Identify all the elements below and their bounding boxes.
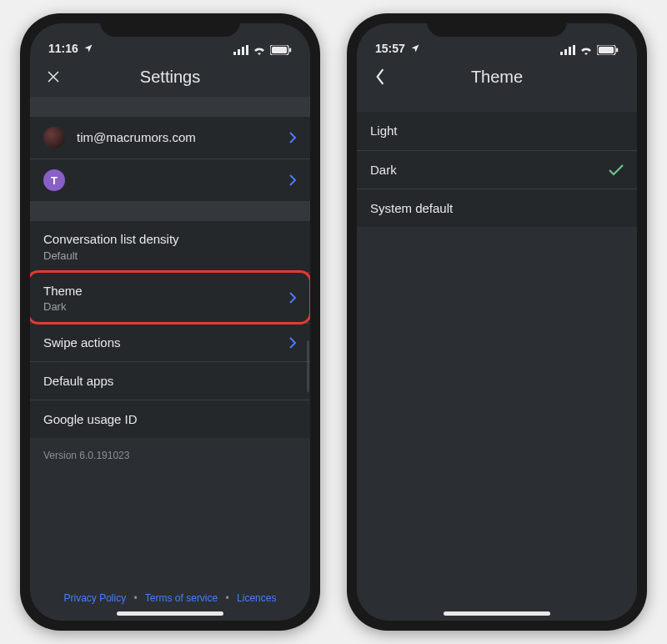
- row-default-apps[interactable]: Default apps: [30, 361, 310, 400]
- chevron-right-icon: [288, 292, 297, 304]
- page-title: Theme: [357, 68, 637, 87]
- svg-rect-5: [272, 47, 287, 53]
- page-title: Settings: [30, 68, 310, 87]
- row-google-usage-id[interactable]: Google usage ID: [30, 400, 310, 438]
- status-right: [560, 45, 619, 55]
- settings-header: Settings: [30, 57, 310, 97]
- svg-rect-12: [599, 47, 614, 53]
- svg-rect-0: [233, 52, 236, 55]
- row-subtitle: Dark: [43, 300, 83, 313]
- svg-rect-7: [560, 52, 563, 55]
- svg-rect-6: [289, 48, 291, 53]
- theme-options: Light Dark System default: [357, 112, 637, 227]
- row-subtitle: Default: [43, 249, 179, 262]
- theme-header: Theme: [357, 57, 637, 97]
- wifi-icon: [579, 45, 593, 55]
- account-row-1[interactable]: tim@macrumors.com: [30, 117, 310, 158]
- chevron-right-icon: [288, 337, 297, 349]
- settings-list: Conversation list density Default Theme …: [30, 221, 310, 438]
- status-time: 15:57: [375, 42, 405, 55]
- section-spacer: [30, 97, 310, 117]
- svg-rect-3: [246, 45, 248, 55]
- option-light[interactable]: Light: [357, 112, 637, 150]
- svg-rect-2: [242, 47, 244, 55]
- svg-rect-13: [616, 48, 618, 53]
- status-time: 11:16: [48, 42, 78, 55]
- check-icon: [609, 164, 624, 176]
- svg-rect-1: [238, 49, 240, 55]
- row-swipe-actions[interactable]: Swipe actions: [30, 323, 310, 361]
- svg-rect-10: [573, 45, 575, 55]
- row-title: Swipe actions: [43, 335, 121, 351]
- screen-theme: 15:57: [357, 23, 637, 621]
- separator-dot: •: [226, 592, 229, 604]
- location-arrow-icon: [410, 43, 420, 53]
- version-label: Version 6.0.191023: [30, 438, 310, 461]
- link-terms[interactable]: Terms of service: [145, 592, 218, 604]
- link-licences[interactable]: Licences: [237, 592, 276, 604]
- row-title: Conversation list density: [43, 231, 179, 248]
- row-title: Default apps: [43, 373, 113, 390]
- wifi-icon: [253, 45, 266, 55]
- battery-icon: [270, 45, 292, 55]
- option-dark[interactable]: Dark: [357, 150, 637, 189]
- section-spacer: [357, 97, 637, 112]
- row-title: Google usage ID: [43, 411, 138, 428]
- cellular-icon: [560, 45, 575, 55]
- home-indicator[interactable]: [444, 611, 550, 616]
- row-title: Theme: [43, 283, 83, 299]
- separator-dot: •: [134, 592, 138, 604]
- avatar: T: [43, 169, 65, 191]
- option-label: Light: [370, 123, 398, 139]
- svg-rect-8: [564, 49, 567, 55]
- scrollbar[interactable]: [307, 340, 309, 392]
- footer-links: Privacy Policy • Terms of service • Lice…: [30, 592, 310, 604]
- phone-notch: [427, 13, 567, 37]
- chevron-right-icon: [288, 174, 297, 186]
- svg-rect-9: [569, 47, 571, 55]
- status-left: 15:57: [375, 42, 420, 55]
- option-label: System default: [370, 200, 453, 217]
- phone-notch: [100, 13, 240, 37]
- account-email: tim@macrumors.com: [77, 129, 196, 146]
- chevron-right-icon: [288, 132, 297, 143]
- cellular-icon: [233, 45, 248, 55]
- account-row-2[interactable]: T: [30, 158, 310, 201]
- status-left: 11:16: [48, 42, 93, 55]
- row-density[interactable]: Conversation list density Default: [30, 221, 310, 272]
- option-label: Dark: [370, 162, 397, 179]
- status-right: [233, 45, 292, 55]
- phone-frame-left: 11:16: [20, 13, 320, 631]
- content-below: [357, 227, 637, 621]
- battery-icon: [597, 45, 619, 55]
- avatar-initial: T: [51, 174, 58, 187]
- option-system-default[interactable]: System default: [357, 189, 637, 227]
- location-arrow-icon: [83, 43, 93, 53]
- phone-frame-right: 15:57: [347, 13, 647, 631]
- avatar: [43, 127, 65, 148]
- section-spacer: [30, 201, 310, 221]
- home-indicator[interactable]: [117, 611, 223, 616]
- accounts-section: tim@macrumors.com T: [30, 117, 310, 201]
- link-privacy[interactable]: Privacy Policy: [64, 592, 127, 604]
- row-theme[interactable]: Theme Dark: [30, 272, 310, 324]
- screen-settings: 11:16: [30, 23, 310, 621]
